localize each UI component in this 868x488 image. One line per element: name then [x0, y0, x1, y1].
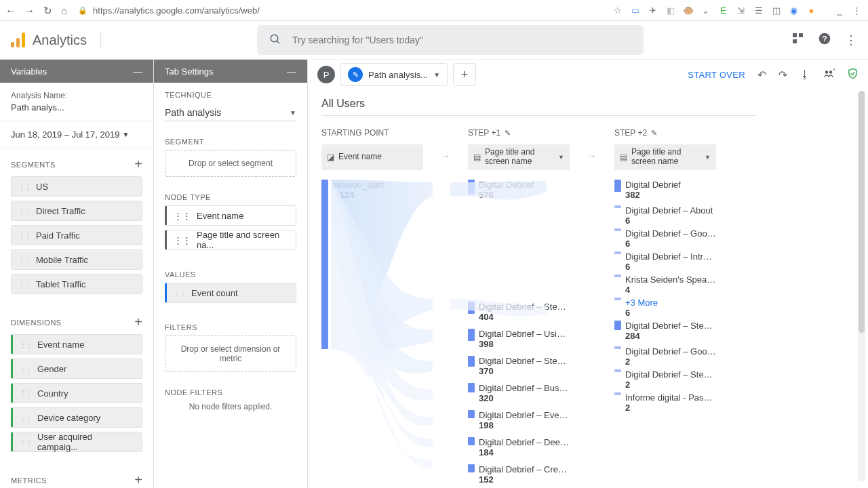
- reload-icon[interactable]: ↻: [43, 5, 52, 16]
- value-chip[interactable]: ⋮⋮Event count: [165, 283, 296, 303]
- segment-chip[interactable]: ⋮⋮Tablet Traffic: [11, 274, 142, 294]
- add-segment-button[interactable]: +: [134, 157, 142, 172]
- dimension-chip[interactable]: ⋮⋮Device category: [11, 407, 142, 428]
- sankey-node[interactable]: +3 More6: [614, 298, 716, 318]
- filters-drop-zone[interactable]: Drop or select dimension or metric: [165, 336, 296, 372]
- node-type-label: NODE TYPE: [165, 193, 296, 201]
- flow-arrow-icon: →: [587, 143, 597, 169]
- tab-settings-header: Tab Settings —: [154, 60, 307, 83]
- sankey-node[interactable]: Digital Debrief – Event...198: [468, 410, 570, 430]
- sankey-node[interactable]: Digital Debrief – Step ...404: [468, 302, 570, 322]
- sankey-node[interactable]: Digital Debrief – Introd...6: [614, 251, 716, 272]
- dimension-chip[interactable]: ⋮⋮Country: [11, 383, 142, 403]
- node-type-chip[interactable]: ⋮⋮Page title and screen na...: [165, 230, 296, 250]
- browser-toolbar: ← → ↻ ⌂ 🔒 https://analytics.google.com/a…: [0, 0, 868, 21]
- pencil-icon[interactable]: ✎: [505, 129, 511, 138]
- technique-select[interactable]: Path analysis▼: [165, 104, 296, 121]
- sankey-node[interactable]: Informe digital - Paso ...2: [614, 392, 716, 413]
- svg-text:?: ?: [822, 34, 827, 43]
- share-icon[interactable]: +: [823, 67, 835, 82]
- chevron-down-icon: ▼: [558, 154, 564, 161]
- sankey-node[interactable]: Digital Debrief – About6: [614, 205, 716, 226]
- drag-handle-icon: ⋮⋮: [18, 281, 31, 288]
- ext-icon[interactable]: ◉: [788, 5, 800, 16]
- sankey-node[interactable]: Digital Debrief – Deep-...184: [468, 437, 570, 458]
- property-badge[interactable]: P: [317, 66, 335, 83]
- apps-icon[interactable]: [792, 33, 804, 47]
- dimension-chip[interactable]: ⋮⋮User acquired campaig...: [11, 432, 142, 452]
- help-icon[interactable]: ?: [818, 32, 831, 49]
- undo-icon[interactable]: ↶: [757, 68, 766, 81]
- step1-pill[interactable]: ▤ Page title and screen name ▼: [468, 144, 570, 170]
- collapse-icon[interactable]: —: [287, 66, 296, 77]
- chevron-down-icon: ▼: [705, 154, 711, 161]
- logo[interactable]: Analytics: [11, 33, 87, 48]
- sankey-node[interactable]: Krista Seiden's Speaki...4: [614, 274, 716, 295]
- search-input[interactable]: [292, 35, 631, 45]
- sankey-node[interactable]: Digital Debrief – Step ...370: [468, 356, 570, 376]
- menu-icon[interactable]: ⋮: [851, 5, 863, 16]
- ext-icon[interactable]: 🐵: [682, 5, 694, 16]
- scrollbar[interactable]: [858, 91, 865, 481]
- sankey-node[interactable]: session_start4,124: [321, 180, 423, 349]
- drag-handle-icon: ⋮⋮: [18, 207, 31, 215]
- metrics-label: METRICS: [11, 476, 47, 485]
- pencil-icon[interactable]: ✎: [651, 129, 657, 138]
- back-icon[interactable]: ←: [5, 5, 16, 16]
- sankey-node[interactable]: Digital Debrief – Good...6: [614, 228, 716, 249]
- starting-point-pill[interactable]: ◪ Event name: [321, 144, 423, 170]
- sankey-node[interactable]: Digital Debrief – Busin...320: [468, 383, 570, 403]
- more-icon[interactable]: ⋮: [845, 33, 857, 47]
- collapse-icon[interactable]: —: [133, 66, 142, 77]
- svg-point-7: [825, 70, 829, 74]
- sankey-node[interactable]: Digital Debrief – Step-...2: [614, 369, 716, 390]
- segment-chip[interactable]: ⋮⋮Paid Traffic: [11, 225, 142, 245]
- ext-icon[interactable]: ▭: [629, 5, 641, 16]
- segment-drop-zone[interactable]: Drop or select segment: [165, 150, 296, 177]
- page-icon: ▤: [620, 152, 627, 162]
- ext-icon[interactable]: ☰: [753, 5, 764, 16]
- drag-handle-icon: ⋮⋮: [174, 289, 186, 297]
- add-tab-button[interactable]: +: [453, 63, 476, 86]
- analysis-name[interactable]: Path analys...: [11, 102, 142, 113]
- download-icon[interactable]: ⭳: [800, 68, 810, 81]
- analysis-tab[interactable]: ✎ Path analysis... ▼: [340, 63, 448, 86]
- dimension-chip[interactable]: ⋮⋮Event name: [11, 334, 142, 354]
- start-over-button[interactable]: START OVER: [688, 70, 745, 80]
- step1-head: STEP +1✎: [468, 128, 570, 138]
- profile-icon[interactable]: ⎯: [833, 5, 845, 16]
- sankey-node[interactable]: Digital Debrief – Using ...398: [468, 329, 570, 349]
- svg-line-1: [277, 41, 279, 43]
- sankey-node[interactable]: Digital Debrief382: [614, 180, 716, 200]
- segment-chip[interactable]: ⋮⋮Direct Traffic: [11, 201, 142, 221]
- pocket-icon[interactable]: ⌄: [700, 5, 711, 16]
- shield-icon[interactable]: [847, 68, 859, 82]
- add-dimension-button[interactable]: +: [134, 314, 142, 330]
- page-icon: ▤: [473, 152, 481, 162]
- ext-icon[interactable]: ⇲: [735, 5, 747, 16]
- pencil-icon: ✎: [348, 67, 363, 82]
- add-metric-button[interactable]: +: [134, 472, 142, 488]
- dimension-chip[interactable]: ⋮⋮Gender: [11, 359, 142, 379]
- ext-icon[interactable]: ◫: [770, 5, 782, 16]
- segment-chip[interactable]: ⋮⋮US: [11, 176, 142, 197]
- search-box[interactable]: [257, 25, 644, 55]
- sankey-node[interactable]: Digital Debrief576: [468, 180, 570, 200]
- sankey-node[interactable]: Digital Debrief – Good...2: [614, 346, 716, 367]
- date-range-picker[interactable]: Jun 18, 2019 – Jul 17, 2019▼: [11, 129, 142, 140]
- star-icon[interactable]: ☆: [612, 5, 623, 16]
- ext-icon[interactable]: ◧: [665, 5, 676, 16]
- ext-icon[interactable]: E: [717, 5, 729, 16]
- ext-icon[interactable]: ●: [806, 5, 817, 16]
- ext-icon[interactable]: ✈: [647, 5, 658, 16]
- forward-icon[interactable]: →: [24, 5, 35, 16]
- sankey-node[interactable]: Digital Debrief – Step ...284: [614, 321, 716, 341]
- step2-pill[interactable]: ▤ Page title and screen name ▼: [614, 144, 716, 170]
- url-bar[interactable]: 🔒 https://analytics.google.com/analytics…: [74, 5, 605, 16]
- event-icon: ◪: [327, 152, 334, 162]
- node-type-chip[interactable]: ⋮⋮Event name: [165, 205, 296, 226]
- home-icon[interactable]: ⌂: [61, 5, 67, 16]
- sankey-node[interactable]: Digital Debrief – Creati...152: [468, 464, 570, 485]
- segment-chip[interactable]: ⋮⋮Mobile Traffic: [11, 249, 142, 270]
- redo-icon[interactable]: ↷: [778, 68, 787, 81]
